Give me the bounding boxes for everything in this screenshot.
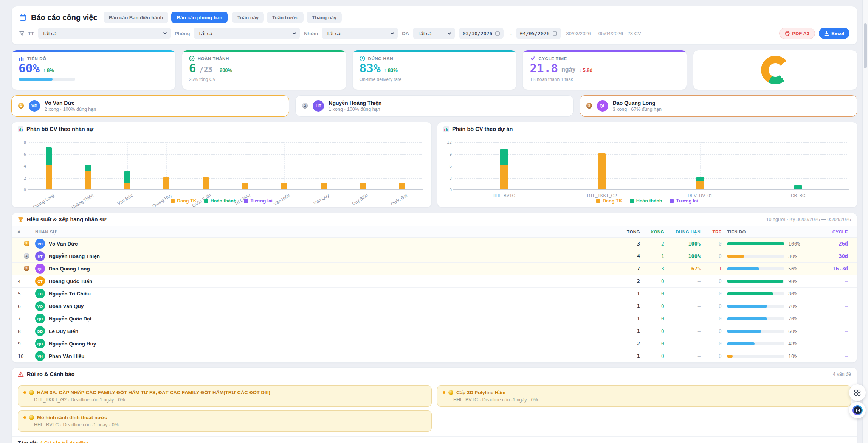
risk-item-title: HẦM 3A: CẬP NHẬP CÁC FAMILY ĐỐT HẦM TỪ F…	[37, 390, 270, 395]
done-cell: 0	[640, 316, 664, 322]
person-name: Phan Văn Hiếu	[49, 353, 85, 359]
rank-cell: 6	[18, 303, 35, 309]
quick-filter-2[interactable]: Tuần trước	[267, 12, 304, 23]
table-row-1[interactable]: 1VĐVõ Văn Đức32100%0100%26d	[12, 238, 857, 250]
filter-label-da: DA	[402, 31, 409, 36]
progress-track	[727, 330, 784, 333]
kpi-label: TIẾN ĐỘ	[27, 56, 46, 61]
bullet-dot-icon	[23, 391, 26, 394]
medal-bronze-icon: 3	[18, 266, 35, 271]
progress-fill	[727, 330, 761, 333]
chart-panel-personnel: Phân bố CV theo nhân sự 02468Quang LongH…	[11, 122, 432, 207]
bullet-dot-icon	[23, 416, 26, 419]
table-row-9[interactable]: 9QHNguyễn Quang Huy20—048%—	[12, 337, 857, 350]
progress-label: 80%	[788, 291, 797, 297]
legend-item-Hoàn thành[interactable]: Hoàn thành	[204, 198, 237, 204]
date-from-input[interactable]: 03/30/2026	[459, 28, 504, 39]
table-row-3[interactable]: 3QLĐào Quang Long7367%156%16.3d	[12, 263, 857, 275]
legend-item-Tương lai[interactable]: Tương lai	[670, 198, 698, 204]
progress-fill	[727, 255, 744, 258]
table-row-7[interactable]: 7QĐNguyễn Quốc Đạt10—070%—	[12, 312, 857, 325]
report-tab-2[interactable]: Báo cáo phòng ban	[171, 12, 228, 23]
top-performer-card-1[interactable]: 1VĐVõ Văn Đức2 xong · 100% đúng hạn	[11, 95, 289, 117]
report-tab-1[interactable]: Báo cáo Ban điều hành	[104, 12, 169, 23]
late-cell: 0	[701, 278, 722, 284]
pdf-a3-button[interactable]: PDF A3	[779, 28, 815, 39]
department-select[interactable]: Tất cả	[194, 28, 300, 39]
chevron-down-icon	[163, 31, 167, 34]
legend-item-Tương lai[interactable]: Tương lai	[244, 198, 272, 204]
avatar: QĐ	[35, 314, 45, 323]
late-cell: 1	[701, 266, 722, 272]
quick-filter-1[interactable]: Tuần này	[232, 12, 264, 23]
top-performer-card-2[interactable]: 2HTNguyễn Hoàng Thiện1 xong · 100% đúng …	[295, 95, 573, 117]
table-row-10[interactable]: 10VHPhan Văn Hiếu10—010%—	[12, 350, 857, 362]
printer-icon	[785, 31, 790, 36]
quick-filter-3[interactable]: Tháng này	[307, 12, 342, 23]
bar-HHL–BVTC-Đang TK	[500, 165, 508, 189]
total-cell: 1	[616, 303, 640, 309]
risk-summary-label: Tóm tắt:	[18, 440, 38, 443]
progress-label: 56%	[788, 266, 797, 272]
ontime-cell: —	[664, 340, 701, 347]
legend-label: Tương lai	[676, 198, 698, 204]
done-cell: 0	[640, 303, 664, 309]
legend-swatch	[244, 199, 248, 203]
person-cell: QTHoàng Quốc Tuấn	[35, 276, 616, 286]
legend-label: Hoàn thành	[636, 198, 662, 204]
kpi-value-suffix: /23	[199, 65, 212, 74]
person-name: Nguyễn Quốc Đạt	[49, 316, 91, 322]
apps-launcher-button[interactable]	[849, 384, 866, 401]
person-cell: VĐVõ Văn Đức	[35, 239, 616, 249]
y-tick-label: 8	[16, 140, 26, 145]
risk-item-2[interactable]: Cấp 3D Polyline HầmHHL–BVTC · Deadline c…	[437, 385, 851, 407]
risk-summary-text: 4 CV sắp trễ deadline.	[40, 440, 90, 443]
status-select[interactable]: Tất cả	[38, 28, 171, 39]
gridline	[455, 154, 847, 155]
risk-item-meta: HHL–BVTC · Deadline còn -1 ngày · 0%	[453, 397, 845, 403]
table-row-5[interactable]: 5TCNguyễn Trí Chiều10—080%—	[12, 288, 857, 300]
risk-item-1[interactable]: HẦM 3A: CẬP NHẬP CÁC FAMILY ĐỐT HẦM TỪ F…	[18, 385, 432, 407]
progress-cell: 56%	[722, 266, 816, 272]
progress-track	[727, 292, 784, 295]
bar-Trí Chiều-Đang TK	[242, 183, 248, 189]
ranking-rows: 1VĐVõ Văn Đức32100%0100%26d2HTNguyễn Hoà…	[12, 238, 857, 362]
legend-item-Hoàn thành[interactable]: Hoàn thành	[630, 198, 662, 204]
bar-Quốc Đạt-Đang TK	[399, 183, 405, 189]
table-row-4[interactable]: 4QTHoàng Quốc Tuấn20—098%—	[12, 275, 857, 288]
scrollbar-track[interactable]	[862, 0, 868, 443]
ai-assistant-button[interactable]	[849, 402, 866, 418]
y-tick-label: 6	[16, 152, 26, 157]
avatar: QL	[35, 264, 45, 274]
medal-bronze-icon: 3	[586, 104, 592, 109]
legend-item-Đang TK[interactable]: Đang TK	[170, 198, 196, 204]
person-name: Đoàn Văn Quý	[49, 303, 84, 309]
col-done: XONG	[640, 230, 664, 234]
total-cell: 2	[616, 340, 640, 347]
table-row-6[interactable]: 6VQĐoàn Văn Quý10—070%—	[12, 300, 857, 312]
ontime-cell: —	[664, 303, 701, 309]
progress-cell: 100%	[722, 241, 816, 247]
risk-item-3[interactable]: Mô hình rãnh đỉnh thoát nướcHHL–BVTC · D…	[18, 410, 432, 432]
progress-fill	[727, 305, 767, 308]
kpi-delta: ↑ 200%	[216, 67, 232, 74]
top-performer-card-3[interactable]: 3QLĐào Quang Long3 xong · 67% đúng hạn	[580, 95, 857, 117]
legend-item-Đang TK[interactable]: Đang TK	[596, 198, 622, 204]
chart-legend: Đang TKHoàn thànhTương lai	[12, 198, 431, 204]
scrollbar-thumb[interactable]	[864, 23, 867, 68]
project-select[interactable]: Tất cả	[413, 28, 455, 39]
progress-track	[727, 255, 784, 258]
progress-fill	[727, 267, 759, 270]
bar-chart-icon	[19, 56, 24, 61]
late-cell: 0	[701, 303, 722, 309]
date-range-summary: 30/03/2026 — 05/04/2026 · 23 CV	[566, 31, 641, 36]
group-select[interactable]: Tất cả	[322, 28, 398, 39]
rank-cell: 5	[18, 291, 35, 297]
table-row-2[interactable]: 2HTNguyễn Hoàng Thiện41100%030%30d	[12, 250, 857, 263]
person-name: Hoàng Quốc Tuấn	[49, 278, 92, 284]
ranking-header: Hiệu suất & Xếp hạng nhân sự 10 người · …	[12, 213, 857, 226]
bar-Văn Hiếu-Đang TK	[281, 183, 287, 189]
excel-button[interactable]: Excel	[819, 28, 849, 39]
date-to-input[interactable]: 04/05/2026	[516, 28, 561, 39]
table-row-8[interactable]: 8DBLê Duy Biển10—060%—	[12, 325, 857, 337]
